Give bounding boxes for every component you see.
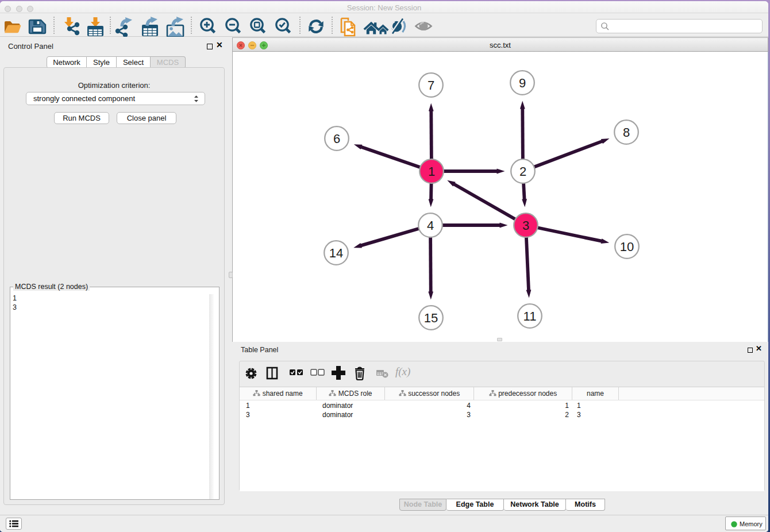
svg-text:8: 8 (623, 125, 630, 140)
svg-text:14: 14 (329, 246, 343, 260)
svg-text:4: 4 (427, 218, 434, 233)
svg-text:6: 6 (333, 132, 340, 146)
svg-text:1: 1 (428, 164, 435, 179)
svg-text:3: 3 (522, 218, 529, 233)
svg-text:10: 10 (620, 240, 634, 254)
svg-text:11: 11 (523, 309, 537, 323)
svg-text:15: 15 (424, 311, 438, 325)
svg-text:9: 9 (519, 76, 526, 90)
svg-text:2: 2 (519, 164, 526, 179)
svg-text:7: 7 (428, 78, 434, 92)
